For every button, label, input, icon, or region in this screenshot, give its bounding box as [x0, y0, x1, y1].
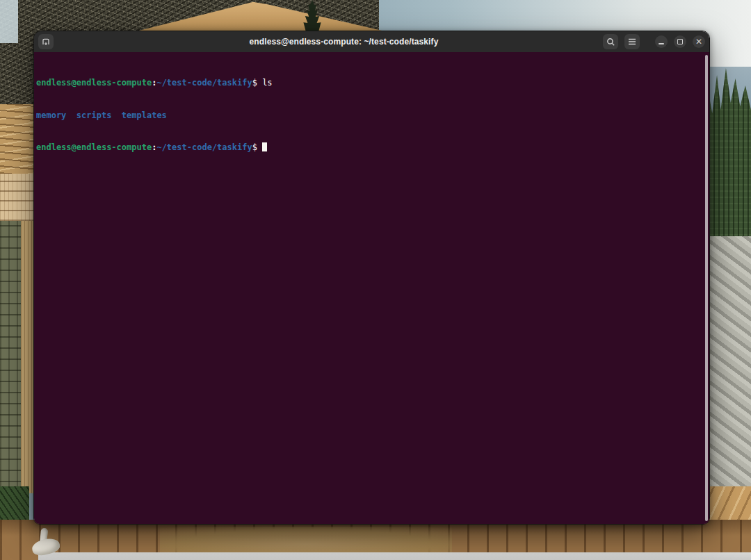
bird-sculpture	[24, 528, 65, 557]
search-icon	[606, 38, 615, 47]
wallpaper-sandy-floor	[160, 527, 452, 556]
text-cursor	[262, 142, 267, 151]
bird-sculpture-body	[31, 536, 61, 557]
maximize-button[interactable]	[674, 35, 686, 48]
wallpaper-wood-post	[21, 221, 35, 493]
prompt-symbol: $	[252, 78, 257, 88]
window-title: endless@endless-compute: ~/test-code/tas…	[118, 37, 570, 47]
wallpaper-sky-patch	[0, 0, 18, 43]
wallpaper-rocky-slope	[704, 236, 751, 495]
directory-name: memory	[36, 110, 66, 120]
prompt-path: ~/test-code/taskify	[156, 78, 252, 88]
wallpaper-wood-beams	[0, 174, 35, 221]
prompt-user-host: endless@endless-compute	[36, 142, 152, 152]
wallpaper-light-ledge	[38, 552, 751, 560]
directory-name: templates	[122, 110, 167, 120]
terminal-line-ls-output: memoryscriptstemplates	[36, 110, 702, 122]
titlebar[interactable]: endless@endless-compute: ~/test-code/tas…	[34, 31, 709, 52]
command-text: ls	[262, 78, 272, 88]
close-icon: ✕	[695, 38, 702, 46]
prompt-path: ~/test-code/taskify	[156, 142, 252, 152]
new-tab-button[interactable]	[38, 34, 54, 49]
wallpaper-shingle-pile	[0, 104, 35, 174]
hamburger-menu-icon	[628, 38, 636, 45]
new-tab-icon	[41, 37, 51, 47]
terminal-line-prompt-command: endless@endless-compute:~/test-code/task…	[36, 78, 702, 89]
minimize-button[interactable]	[655, 35, 668, 48]
terminal-window: endless@endless-compute: ~/test-code/tas…	[33, 31, 710, 525]
maximize-icon	[677, 39, 683, 44]
directory-name: scripts	[76, 110, 112, 120]
terminal-content[interactable]: endless@endless-compute:~/test-code/task…	[34, 52, 709, 524]
prompt-symbol: $	[252, 142, 257, 152]
close-button[interactable]: ✕	[693, 35, 705, 48]
search-button[interactable]	[603, 34, 618, 49]
minimize-icon	[659, 43, 664, 44]
menu-button[interactable]	[624, 34, 640, 49]
terminal-scrollbar[interactable]	[705, 55, 708, 521]
terminal-line-prompt-current: endless@endless-compute:~/test-code/task…	[36, 142, 702, 154]
prompt-user-host: endless@endless-compute	[36, 78, 152, 88]
